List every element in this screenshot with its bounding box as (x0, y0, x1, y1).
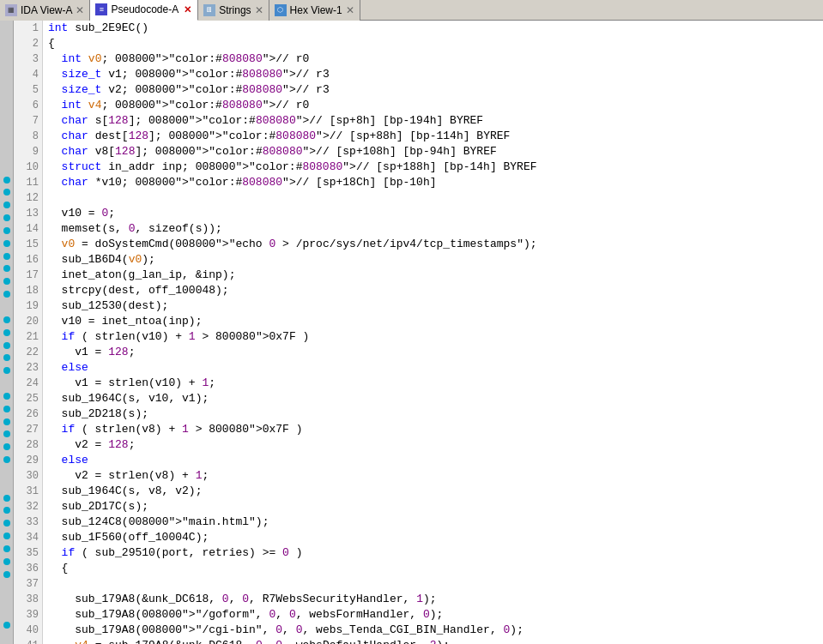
ida-icon: ▦ (5, 4, 17, 16)
breakpoint-dot (3, 418, 10, 425)
empty-dot (3, 304, 10, 310)
dot-row (0, 59, 13, 72)
line-number: 23 (14, 360, 39, 376)
dot-row (0, 199, 13, 212)
line-number: 32 (14, 499, 39, 515)
line-number: 4 (14, 67, 39, 82)
code-line: inet_aton(g_lan_ip, &inp); (43, 268, 823, 283)
dot-row (0, 84, 13, 97)
line-number: 20 (14, 314, 39, 329)
code-line (43, 576, 823, 592)
tab-pseudocode[interactable]: ≡ Pseudocode-A ✕ (90, 0, 198, 21)
code-line: char *v10; 008000">"color:#808080">// [s… (43, 175, 823, 190)
dot-row (0, 606, 13, 619)
dot-row (0, 262, 13, 275)
tab-strings-label: Strings (219, 4, 251, 16)
code-line: size_t v1; 008000">"color:#808080">// r3 (43, 67, 823, 82)
tab-strings-close[interactable]: ✕ (255, 4, 263, 16)
dot-row (0, 454, 13, 466)
breakpoint-dot (3, 202, 10, 208)
dot-row (0, 97, 13, 110)
dot-row (0, 326, 13, 339)
code-line: sub_1964C(s, v10, v1); (43, 391, 823, 406)
code-content[interactable]: int sub_2E9EC(){ int v0; 008000">"color:… (43, 21, 823, 644)
empty-dot (3, 635, 10, 641)
line-number: 24 (14, 376, 39, 391)
line-number: 6 (14, 98, 39, 113)
line-number: 19 (14, 298, 39, 314)
breakpoint-dot (3, 622, 10, 629)
tab-strings[interactable]: 🗏 Strings ✕ (198, 0, 269, 21)
breakpoint-dot (3, 329, 10, 336)
breakpoint-dot (3, 278, 10, 285)
dot-row (0, 147, 13, 160)
dot-row (0, 135, 13, 148)
pseudo-icon: ≡ (95, 3, 107, 15)
code-line: else (43, 453, 823, 468)
breakpoint-dot (3, 443, 10, 450)
dot-row (0, 593, 13, 606)
dot-row (0, 301, 13, 314)
empty-dot (3, 469, 10, 476)
line-number: 30 (14, 468, 39, 484)
dot-row (0, 160, 13, 173)
breakpoint-dot (3, 558, 10, 565)
line-number: 38 (14, 592, 39, 607)
line-number: 22 (14, 345, 39, 360)
breakpoint-dot (3, 533, 10, 539)
tab-ida-close[interactable]: ✕ (76, 4, 84, 16)
line-number: 18 (14, 283, 39, 298)
line-number: 35 (14, 545, 39, 561)
line-number: 13 (14, 206, 39, 221)
dot-row (0, 237, 13, 250)
line-number: 8 (14, 129, 39, 144)
empty-dot (3, 482, 10, 489)
code-line: sub_179A8(&unk_DC618, 0, 0, R7WebsSecuri… (43, 592, 823, 607)
dot-row (0, 123, 13, 135)
empty-dot (3, 125, 10, 132)
dot-row (0, 568, 13, 581)
dot-row (0, 466, 13, 479)
line-number: 16 (14, 252, 39, 268)
dot-row (0, 530, 13, 543)
line-number: 2 (14, 36, 39, 51)
code-line: strcpy(dest, off_100048); (43, 283, 823, 298)
hex-icon: ⬡ (275, 4, 287, 16)
dot-row (0, 632, 13, 645)
line-number: 3 (14, 51, 39, 67)
code-line: struct in_addr inp; 008000">"color:#8080… (43, 159, 823, 175)
code-line: int v4; 008000">"color:#808080">// r0 (43, 98, 823, 113)
dot-row (0, 46, 13, 59)
breakpoint-dot (3, 214, 10, 221)
tab-hex-close[interactable]: ✕ (346, 4, 354, 16)
breakpoint-dot (3, 189, 10, 196)
tab-hex-view[interactable]: ⬡ Hex View-1 ✕ (269, 0, 360, 21)
empty-dot (3, 609, 10, 616)
dot-row (0, 377, 13, 390)
line-number: 33 (14, 515, 39, 530)
line-number: 28 (14, 437, 39, 453)
code-line: v10 = inet_ntoa(inp); (43, 314, 823, 329)
tab-pseudo-close[interactable]: ✕ (182, 4, 192, 15)
dot-row (0, 352, 13, 364)
breakpoint-dot (3, 507, 10, 514)
code-line: if ( strlen(v10) + 1 > 800080">0x7F ) (43, 329, 823, 345)
line-number: 40 (14, 623, 39, 638)
code-line: char v8[128]; 008000">"color:#808080">//… (43, 144, 823, 159)
empty-dot (3, 99, 10, 106)
empty-dot (3, 36, 10, 43)
line-number: 9 (14, 144, 39, 159)
dot-row (0, 364, 13, 377)
dot-row (0, 110, 13, 123)
dot-row (0, 250, 13, 262)
tab-ida-view[interactable]: ▦ IDA View-A ✕ (0, 0, 90, 21)
empty-dot (3, 112, 10, 119)
line-number: 41 (14, 638, 39, 644)
line-number: 14 (14, 221, 39, 237)
empty-dot (3, 164, 10, 171)
str-icon: 🗏 (203, 4, 215, 16)
breakpoint-dot (3, 265, 10, 272)
code-line: sub_179A8(008000">"/cgi-bin", 0, 0, webs… (43, 623, 823, 638)
code-line: sub_179A8(008000">"/goform", 0, 0, websF… (43, 607, 823, 623)
code-line: v1 = strlen(v10) + 1; (43, 376, 823, 391)
